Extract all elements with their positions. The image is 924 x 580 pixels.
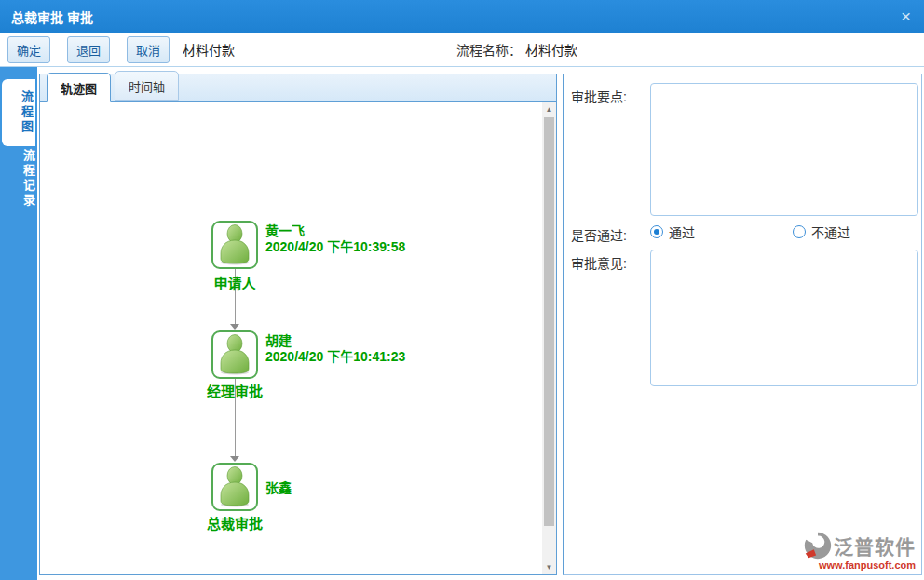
node-caption: 胡建 2020/4/20 下午10:41:23 (265, 333, 405, 365)
toolbar: 确定 退回 取消 材料付款 流程名称： 材料付款 (0, 33, 924, 67)
trajectory-canvas: 黄一飞 2020/4/20 下午10:39:58 申请人 胡建 2020/4/2… (40, 102, 556, 574)
approval-dialog: 总裁审批 审批 × 确定 退回 取消 材料付款 流程名称： 材料付款 流程图 流… (0, 0, 924, 580)
process-name: 流程名称： 材料付款 (456, 40, 578, 59)
person-glyph (216, 466, 253, 507)
watermark-brand: 泛普软件 (834, 532, 916, 560)
document-title: 材料付款 (183, 40, 235, 59)
return-button[interactable]: 退回 (67, 36, 110, 63)
approval-form-panel: 审批要点: 是否通过: 通过 不通过 审批意见: 泛普软件 (563, 74, 922, 575)
node-role-label: 总裁审批 (207, 513, 263, 533)
left-tab-strip: 流程图 流程记录 (0, 67, 37, 580)
opinion-textarea[interactable] (650, 250, 918, 386)
flow-tabbar: 轨迹图 时间轴 (40, 74, 556, 102)
radio-pass-label: 通过 (669, 223, 695, 241)
watermark: 泛普软件 www.fanpusoft.com (802, 530, 916, 571)
node-caption: 黄一飞 2020/4/20 下午10:39:58 (265, 223, 405, 255)
node-caption: 张鑫 (265, 480, 292, 496)
opinion-label: 审批意见: (571, 253, 627, 272)
scroll-up-icon[interactable]: ▲ (542, 102, 556, 116)
person-icon[interactable] (211, 463, 258, 511)
window-title: 总裁审批 审批 (0, 7, 93, 26)
radio-option-fail[interactable]: 不通过 (793, 223, 850, 241)
arrow-down-icon (230, 324, 239, 330)
process-name-value: 材料付款 (525, 43, 578, 58)
node-user-name: 胡建 (265, 333, 405, 349)
approval-points-textarea[interactable] (650, 83, 918, 216)
fanpu-logo-icon (802, 530, 834, 561)
person-glyph (216, 224, 253, 265)
radio-fail-label: 不通过 (811, 223, 850, 241)
scroll-down-icon[interactable]: ▼ (542, 560, 556, 574)
tab-timeline[interactable]: 时间轴 (115, 71, 179, 101)
close-icon[interactable]: × (901, 7, 911, 25)
radio-fail-icon[interactable] (793, 225, 806, 238)
person-icon[interactable] (211, 330, 258, 379)
watermark-url: www.fanpusoft.com (802, 560, 916, 571)
pass-question-label: 是否通过: (571, 225, 627, 244)
node-timestamp: 2020/4/20 下午10:39:58 (265, 239, 405, 255)
radio-pass-icon[interactable] (650, 225, 663, 238)
cancel-button[interactable]: 取消 (127, 36, 170, 63)
node-role-label: 经理审批 (207, 381, 263, 400)
node-user-name: 张鑫 (265, 480, 292, 496)
radio-option-pass[interactable]: 通过 (650, 223, 695, 241)
person-icon[interactable] (211, 221, 258, 269)
approval-points-label: 审批要点: (571, 87, 627, 105)
titlebar: 总裁审批 审批 × (0, 0, 924, 33)
node-user-name: 黄一飞 (265, 223, 405, 239)
sidebar-tab-flowrecord[interactable]: 流程记录 (0, 140, 37, 218)
ok-button[interactable]: 确定 (7, 36, 50, 63)
flow-panel: 轨迹图 时间轴 (39, 74, 557, 575)
vertical-scrollbar[interactable]: ▲ ▼ (542, 102, 556, 574)
node-role-label: 申请人 (213, 273, 255, 292)
pass-radio-group: 通过 不通过 (650, 223, 850, 241)
node-timestamp: 2020/4/20 下午10:41:23 (265, 349, 405, 365)
scrollbar-thumb[interactable] (544, 117, 554, 526)
tab-trajectory[interactable]: 轨迹图 (47, 73, 111, 102)
process-name-label: 流程名称： (456, 43, 522, 58)
sidebar-tab-flowchart[interactable]: 流程图 (2, 79, 35, 146)
person-glyph (216, 334, 253, 375)
arrow-down-icon (230, 456, 239, 462)
